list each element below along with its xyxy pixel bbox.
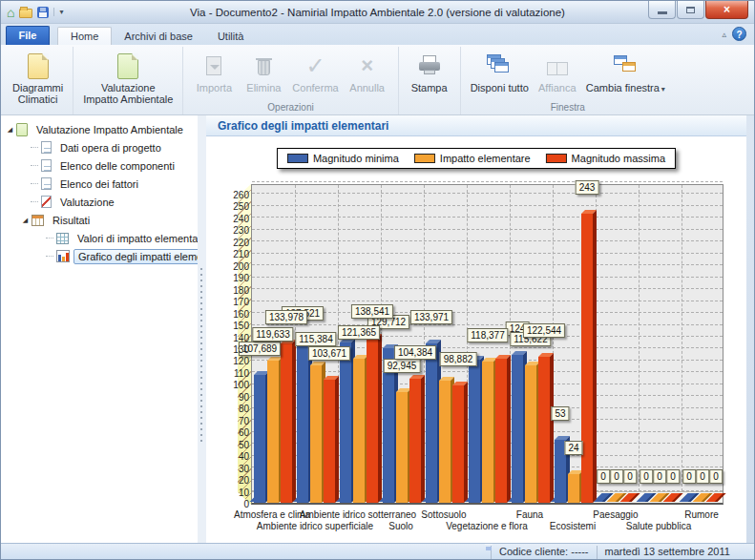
expander-expanded-icon[interactable]: ◢ bbox=[20, 217, 31, 224]
x-axis-labels: Atmosfera e climaAmbiente idrico superfi… bbox=[251, 509, 724, 536]
tree-item[interactable]: ◢Risultati bbox=[1, 211, 198, 229]
bar-value-label: 0 bbox=[696, 469, 709, 484]
tree-item[interactable]: Valutazione bbox=[1, 193, 198, 211]
x-axis-category-label: Sottosuolo bbox=[421, 509, 466, 520]
cascade-windows-icon bbox=[487, 54, 512, 77]
chart-icon bbox=[56, 250, 70, 262]
x-axis-category-label: Ambiente idrico sotterraneo bbox=[300, 509, 416, 520]
diagrammi-climatici-button[interactable]: Diagrammi Climatici bbox=[9, 50, 67, 107]
legend-item: Magnitudo massima bbox=[546, 153, 665, 164]
bar-magnitudo-minima bbox=[426, 343, 437, 503]
bar-value-label: 104,384 bbox=[394, 345, 436, 360]
import-icon bbox=[206, 56, 221, 75]
tree-item[interactable]: Elenco delle componenti bbox=[1, 156, 198, 175]
gridline bbox=[252, 205, 723, 206]
bar-value-label: 0 bbox=[709, 469, 723, 484]
bar-value-label: 0 bbox=[640, 469, 653, 484]
bar-impatto-elementare bbox=[396, 392, 408, 503]
tree-item[interactable]: Elenco dei fattori bbox=[1, 175, 198, 193]
stampa-button[interactable]: Stampa bbox=[405, 50, 454, 95]
x-axis-category-label: Paesaggio bbox=[593, 509, 638, 520]
status-date: martedì 13 settembre 2011 bbox=[605, 546, 730, 557]
gridline bbox=[682, 185, 682, 491]
title-bar: ⌂ ▾ Via - Documento2 - Namirial Impatto … bbox=[1, 1, 754, 24]
trash-icon bbox=[258, 60, 270, 75]
disponi-tutto-button[interactable]: Disponi tutto bbox=[467, 50, 533, 95]
bar-value-label: 0 bbox=[653, 469, 666, 484]
application-window: ⌂ ▾ Via - Documento2 - Namirial Impatto … bbox=[0, 0, 755, 560]
bar-magnitudo-massima bbox=[367, 338, 378, 503]
annulla-button[interactable]: × Annulla bbox=[343, 50, 392, 95]
valutazione-impatto-ambientale-button[interactable]: Valutazione Impatto Ambientale bbox=[79, 50, 177, 107]
y-axis-tick: 100 bbox=[215, 380, 249, 391]
maximize-icon[interactable] bbox=[677, 1, 704, 19]
y-axis-tick: 250 bbox=[215, 201, 249, 213]
importa-button[interactable]: Importa bbox=[189, 50, 239, 95]
legend-chip bbox=[414, 154, 435, 163]
y-axis-tick: 20 bbox=[215, 475, 249, 487]
tree-item[interactable]: ◢Valutazione Impatto Ambientale bbox=[1, 120, 198, 138]
ribbon-group-diagrammi: Diagrammi Climatici bbox=[3, 47, 73, 114]
tree-item-label: Valori di impatto elementare bbox=[73, 231, 198, 246]
y-axis-tick: 110 bbox=[215, 368, 249, 380]
bar-impatto-elementare bbox=[482, 362, 493, 503]
bar-value-label: 115,384 bbox=[295, 332, 336, 346]
x-axis-category-label: Rumore bbox=[684, 509, 719, 520]
bar-magnitudo-minima bbox=[512, 355, 523, 503]
legend-chip bbox=[546, 154, 567, 163]
affianca-button[interactable]: Affianca bbox=[533, 50, 582, 95]
tree-item[interactable]: Dati opera di progetto bbox=[1, 138, 198, 156]
bar-value-label: 92,945 bbox=[384, 359, 421, 373]
bar-magnitudo-minima bbox=[469, 360, 480, 503]
bar-value-label: 0 bbox=[623, 469, 637, 484]
panel-splitter[interactable] bbox=[198, 115, 206, 543]
tree-item-label: Risultati bbox=[48, 213, 94, 228]
gridline bbox=[252, 277, 723, 278]
doc-icon bbox=[41, 159, 52, 172]
help-icon[interactable]: ? bbox=[732, 27, 746, 41]
chart-legend: Magnitudo minima Impatto elementare Magn… bbox=[277, 148, 676, 169]
ribbon-group-valutazione: Valutazione Impatto Ambientale bbox=[73, 47, 182, 114]
bar-value-label: 0 bbox=[666, 469, 680, 484]
tab-home[interactable]: Home bbox=[57, 27, 112, 45]
y-axis-tick: 80 bbox=[215, 404, 249, 415]
y-axis-tick: 140 bbox=[215, 333, 249, 344]
bar-value-label: 53 bbox=[551, 406, 569, 421]
expander-expanded-icon[interactable]: ◢ bbox=[5, 126, 15, 134]
docgreen-icon bbox=[16, 123, 28, 136]
bar-value-label: 138,541 bbox=[351, 304, 393, 319]
bar-value-label: 243 bbox=[576, 180, 599, 195]
tree-item[interactable]: Grafico degli impatti elementari bbox=[1, 247, 198, 265]
collapse-ribbon-icon[interactable]: ▵ bbox=[722, 30, 726, 39]
y-axis-tick: 160 bbox=[215, 309, 249, 321]
y-axis-tick: 90 bbox=[215, 392, 249, 404]
tree-item[interactable]: Valori di impatto elementare bbox=[1, 229, 198, 247]
ribbon-group-stampa: Stampa bbox=[398, 47, 460, 114]
cambia-finestra-button[interactable]: Cambia finestra▾ bbox=[582, 50, 669, 97]
bar-value-label: 0 bbox=[682, 469, 696, 484]
grid-icon bbox=[56, 233, 69, 244]
plot-3d: 107,689137,521129,712133,97112453000119,… bbox=[238, 184, 724, 505]
conferma-button[interactable]: ✓ Conferma bbox=[288, 50, 342, 95]
printer-icon bbox=[418, 55, 441, 76]
y-axis-tick: 180 bbox=[215, 285, 249, 297]
tree-item-label: Grafico degli impatti elementari bbox=[73, 249, 198, 264]
chart-panel: Grafico degli impatti elementari Magnitu… bbox=[206, 115, 746, 543]
gridline bbox=[252, 193, 723, 194]
gridline bbox=[252, 253, 723, 254]
bar-value-label: 119,633 bbox=[252, 327, 293, 342]
minimize-icon[interactable] bbox=[648, 1, 676, 19]
gridline bbox=[639, 185, 640, 491]
tab-utilita[interactable]: Utilità bbox=[205, 28, 257, 45]
bar-magnitudo-minima bbox=[297, 340, 308, 503]
tab-archivi-di-base[interactable]: Archivi di base bbox=[112, 28, 205, 45]
plot-area: 107,689137,521129,712133,97112453000119,… bbox=[251, 184, 724, 505]
elimina-button[interactable]: Elimina bbox=[239, 50, 288, 95]
close-icon[interactable]: × bbox=[705, 1, 748, 19]
bar-value-label: 121,365 bbox=[338, 325, 380, 340]
y-axis-tick: 40 bbox=[215, 451, 249, 463]
ribbon-group-finestra: Disponi tutto Affianca Cambia finestra▾ … bbox=[460, 47, 675, 114]
bar-value-label: 24 bbox=[564, 441, 582, 455]
file-menu-button[interactable]: File bbox=[6, 26, 50, 45]
y-axis-tick: 190 bbox=[215, 273, 249, 284]
